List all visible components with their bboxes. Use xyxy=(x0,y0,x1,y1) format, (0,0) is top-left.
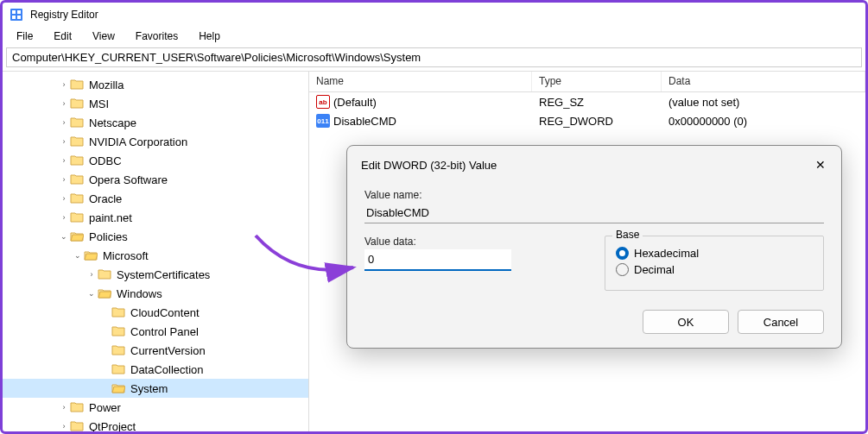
edit-dword-dialog: Edit DWORD (32-bit) Value ✕ Value name: … xyxy=(346,145,842,349)
col-header-data[interactable]: Data xyxy=(662,72,865,91)
chevron-right-icon[interactable]: › xyxy=(58,99,70,108)
folder-icon xyxy=(70,230,84,242)
menu-favorites[interactable]: Favorites xyxy=(127,28,187,46)
ok-button[interactable]: OK xyxy=(643,310,729,334)
value-type: REG_DWORD xyxy=(532,115,662,128)
tree-label: Windows xyxy=(117,287,162,300)
tree-node[interactable]: Control Panel xyxy=(3,322,308,341)
tree-node[interactable]: ›Netscape xyxy=(3,113,308,132)
tree-label: Oracle xyxy=(89,192,122,205)
menu-view[interactable]: View xyxy=(84,28,124,46)
folder-icon xyxy=(70,173,84,186)
tree-label: SystemCertificates xyxy=(117,268,210,281)
dialog-titlebar[interactable]: Edit DWORD (32-bit) Value ✕ xyxy=(347,146,841,182)
tree-label: System xyxy=(130,382,168,395)
tree-label: Power xyxy=(89,401,121,414)
folder-icon xyxy=(70,211,84,223)
tree-node[interactable]: ›Oracle xyxy=(3,189,308,208)
tree-node[interactable]: CloudContent xyxy=(3,303,308,322)
tree-node[interactable]: CurrentVersion xyxy=(3,341,308,360)
tree-node[interactable]: ›Opera Software xyxy=(3,170,308,189)
folder-icon xyxy=(111,363,125,375)
col-header-type[interactable]: Type xyxy=(532,72,662,91)
close-icon[interactable]: ✕ xyxy=(810,154,831,175)
tree-label: DataCollection xyxy=(130,363,204,376)
value-name-label: Value name: xyxy=(364,189,824,201)
folder-icon xyxy=(70,97,84,110)
tree-label: Netscape xyxy=(89,116,136,129)
list-row[interactable]: ab(Default)REG_SZ(value not set) xyxy=(309,92,865,111)
folder-icon xyxy=(111,344,125,356)
tree-label: Opera Software xyxy=(89,173,168,186)
tree-node[interactable]: ›paint.net xyxy=(3,208,308,227)
tree-label: Microsoft xyxy=(103,249,149,262)
tree-node[interactable]: ⌄Windows xyxy=(3,284,308,303)
folder-icon xyxy=(70,420,84,432)
folder-icon xyxy=(98,268,111,280)
tree-label: QtProject xyxy=(89,420,136,433)
value-name: (Default) xyxy=(333,96,377,109)
chevron-right-icon[interactable]: › xyxy=(58,156,70,165)
tree-node[interactable]: ⌄Policies xyxy=(3,227,308,246)
tree-node[interactable]: DataCollection xyxy=(3,360,308,379)
value-data: 0x00000000 (0) xyxy=(662,115,865,128)
tree-node[interactable]: ›NVIDIA Corporation xyxy=(3,132,308,151)
address-bar[interactable]: Computer\HKEY_CURRENT_USER\Software\Poli… xyxy=(6,47,862,67)
chevron-right-icon[interactable]: › xyxy=(58,422,70,431)
value-data-field[interactable] xyxy=(364,249,511,271)
tree-label: ODBC xyxy=(89,154,122,167)
radio-dec-label: Decimal xyxy=(634,263,675,276)
chevron-right-icon[interactable]: › xyxy=(58,194,70,203)
chevron-right-icon[interactable]: › xyxy=(86,270,98,279)
chevron-right-icon[interactable]: › xyxy=(58,118,70,127)
tree-node[interactable]: ⌄Microsoft xyxy=(3,246,308,265)
chevron-down-icon[interactable]: ⌄ xyxy=(86,289,98,298)
folder-icon xyxy=(98,287,111,299)
folder-icon xyxy=(111,306,125,318)
folder-icon xyxy=(70,116,84,129)
value-name-field[interactable] xyxy=(364,203,824,223)
chevron-right-icon[interactable]: › xyxy=(58,137,70,146)
folder-icon xyxy=(70,401,84,413)
list-row[interactable]: 011DisableCMDREG_DWORD0x00000000 (0) xyxy=(309,111,865,130)
svg-rect-4 xyxy=(17,16,21,19)
menu-edit[interactable]: Edit xyxy=(45,28,80,46)
tree-node[interactable]: ›Power xyxy=(3,398,308,417)
chevron-right-icon[interactable]: › xyxy=(58,175,70,184)
radio-decimal[interactable]: Decimal xyxy=(616,263,813,276)
chevron-down-icon[interactable]: ⌄ xyxy=(72,251,84,260)
radio-hex-label: Hexadecimal xyxy=(634,247,699,260)
base-group: Base Hexadecimal Decimal xyxy=(605,236,824,291)
tree-node[interactable]: System xyxy=(3,379,308,398)
folder-icon xyxy=(111,382,125,394)
radio-icon xyxy=(616,263,629,276)
cancel-button[interactable]: Cancel xyxy=(738,310,824,334)
col-header-name[interactable]: Name xyxy=(309,72,532,91)
folder-icon xyxy=(84,249,98,261)
tree-node[interactable]: ›SystemCertificates xyxy=(3,265,308,284)
tree-node[interactable]: ›MSI xyxy=(3,94,308,113)
tree-node[interactable]: ›ODBC xyxy=(3,151,308,170)
value-name: DisableCMD xyxy=(333,115,396,128)
chevron-right-icon[interactable]: › xyxy=(58,403,70,412)
tree-label: Mozilla xyxy=(89,79,124,91)
tree-panel[interactable]: ›Mozilla›MSI›Netscape›NVIDIA Corporation… xyxy=(3,72,309,432)
tree-node[interactable]: ›QtProject xyxy=(3,417,308,432)
svg-rect-1 xyxy=(12,10,16,14)
dialog-buttons: OK Cancel xyxy=(347,301,841,348)
chevron-down-icon[interactable]: ⌄ xyxy=(58,232,70,241)
tree-label: CurrentVersion xyxy=(130,344,206,357)
svg-rect-2 xyxy=(17,10,21,14)
titlebar: Registry Editor xyxy=(3,3,865,27)
menu-file[interactable]: File xyxy=(8,28,41,46)
menu-help[interactable]: Help xyxy=(190,28,229,46)
tree-node[interactable]: ›Mozilla xyxy=(3,75,308,94)
svg-rect-3 xyxy=(12,16,16,19)
radio-hexadecimal[interactable]: Hexadecimal xyxy=(616,247,813,260)
dword-value-icon: 011 xyxy=(316,114,330,128)
tree-label: MSI xyxy=(89,97,109,110)
tree-label: paint.net xyxy=(89,211,132,224)
chevron-right-icon[interactable]: › xyxy=(58,213,70,222)
chevron-right-icon[interactable]: › xyxy=(58,80,70,89)
string-value-icon: ab xyxy=(316,95,330,109)
